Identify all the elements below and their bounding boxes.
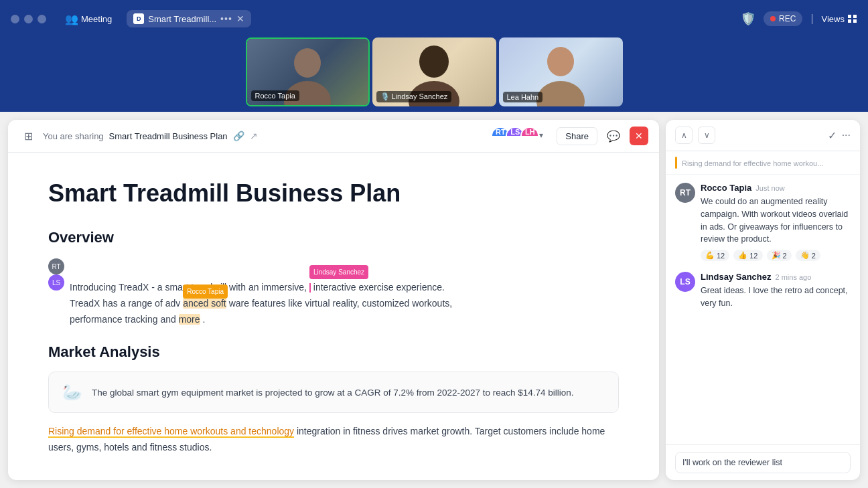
document-tab[interactable]: D Smart Treadmill... ••• ✕: [127, 10, 251, 27]
reaction-muscle[interactable]: 💪 12: [701, 250, 729, 261]
close-control[interactable]: [11, 15, 19, 23]
chat-nav-down[interactable]: ∨: [698, 127, 715, 144]
lindsay-cursor-tag: Lindsay Sanchez: [309, 265, 368, 279]
highlight-text: Rising demand for effective home workout…: [48, 426, 294, 438]
external-link-icon[interactable]: ↗: [250, 131, 258, 141]
chat-check-icon[interactable]: ✓: [828, 129, 837, 142]
reaction-thumbs-emoji: 👍: [738, 251, 747, 260]
chat-more-icon[interactable]: ···: [842, 129, 851, 141]
rocco-msg-time: Just now: [755, 184, 784, 192]
overview-section: Overview RT LS Introducing TreadX - a sm…: [48, 229, 619, 327]
document-tab-title: Smart Treadmill...: [148, 14, 216, 24]
chat-nav-up[interactable]: ∧: [675, 127, 693, 144]
reaction-wave[interactable]: 👋 2: [796, 250, 820, 261]
divider: |: [810, 13, 813, 25]
rec-badge: REC: [764, 11, 802, 26]
market-stat-box: 🦢 The global smart gym equipment market …: [48, 372, 619, 413]
reaction-party-count: 2: [783, 252, 787, 260]
overview-text-2: interactive exercise experience.: [313, 282, 445, 293]
rocco-msg-body: Rocco Tapia Just now We could do an augm…: [701, 183, 851, 261]
overview-heading: Overview: [48, 229, 619, 246]
avatar-dropdown-chevron[interactable]: ▾: [539, 131, 550, 141]
rocco-msg-text: We could do an augmented reality campaig…: [701, 195, 851, 246]
svg-point-0: [294, 48, 321, 78]
reaction-party[interactable]: 🎉 2: [767, 250, 792, 261]
chat-panel: ∧ ∨ ✓ ··· Rising demand for effective ho…: [666, 120, 860, 480]
rocco-highlight: anced soft: [183, 298, 226, 309]
mic-muted-icon: 🎙️: [380, 92, 390, 100]
lindsay-msg-name: Lindsay Sanchez: [701, 272, 771, 282]
participant-name-rocco: Rocco Tapia: [251, 90, 299, 101]
reaction-muscle-count: 12: [717, 252, 725, 260]
sharing-label: You are sharing: [43, 131, 104, 141]
svg-point-4: [547, 47, 574, 76]
video-strip: Rocco Tapia 🎙️ Lindsay Sanchez Lea Hahn: [0, 37, 868, 112]
share-button[interactable]: Share: [557, 127, 597, 145]
meeting-tab[interactable]: 👥 Meeting: [60, 10, 119, 27]
chat-toggle-button[interactable]: 💬: [604, 127, 623, 145]
market-section: Market Analysis 🦢 The global smart gym e…: [48, 343, 619, 456]
video-participant-lindsay[interactable]: 🎙️ Lindsay Sanchez: [372, 37, 496, 106]
lindsay-msg-avatar: LS: [675, 272, 695, 292]
shield-icon: 🛡️: [741, 11, 755, 26]
thread-preview-text: Rising demand for effective home workou.…: [675, 159, 823, 167]
market-para: Rising demand for effective home workout…: [48, 424, 619, 456]
maximize-control[interactable]: [38, 15, 46, 23]
thread-bar: [675, 157, 677, 169]
overview-text-4: ware features like virtual reality, cust…: [229, 298, 453, 309]
video-participant-rocco[interactable]: Rocco Tapia: [246, 37, 370, 106]
reaction-thumbs-count: 12: [749, 252, 757, 260]
minimize-control[interactable]: [24, 15, 33, 23]
title-bar: 👥 Meeting D Smart Treadmill... ••• ✕ 🛡️ …: [0, 0, 868, 37]
tab-close-button[interactable]: ✕: [236, 13, 244, 24]
reaction-party-emoji: 🎉: [772, 251, 781, 260]
main-area: ⊞ You are sharing Smart Treadmill Busine…: [0, 112, 868, 488]
reaction-thumbs[interactable]: 👍 12: [733, 250, 762, 261]
avatar-user3[interactable]: LH: [520, 127, 539, 145]
doc-tab-icon: D: [133, 13, 144, 24]
overview-text-5: performance tracking and: [70, 314, 179, 325]
rocco-msg-avatar: RT: [675, 183, 695, 203]
views-button[interactable]: Views: [822, 14, 857, 24]
lindsay-cursor-bar: [309, 283, 311, 293]
doc-main-heading: Smart Treadmill Business Plan: [48, 179, 619, 208]
chat-message-rocco: RT Rocco Tapia Just now We could do an a…: [675, 183, 851, 261]
rocco-msg-reactions: 💪 12 👍 12 🎉 2 👋 2: [701, 250, 851, 261]
rec-dot: [770, 16, 776, 21]
author-avatar-1: RT: [48, 258, 64, 274]
svg-point-2: [419, 46, 449, 78]
sidebar-toggle-button[interactable]: ⊞: [19, 127, 38, 145]
chat-input[interactable]: [675, 452, 851, 473]
video-participant-lea[interactable]: Lea Hahn: [499, 37, 623, 106]
chat-toolbar: ∧ ∨ ✓ ···: [666, 120, 860, 151]
chat-input-area: [666, 444, 860, 480]
document-panel: ⊞ You are sharing Smart Treadmill Busine…: [8, 120, 659, 480]
reaction-muscle-emoji: 💪: [705, 251, 715, 260]
rocco-cursor-tag: Rocco Tapia: [183, 284, 228, 299]
rocco-msg-name: Rocco Tapia: [701, 183, 751, 193]
doc-toolbar: ⊞ You are sharing Smart Treadmill Busine…: [8, 120, 659, 153]
rocco-msg-header: Rocco Tapia Just now: [701, 183, 851, 193]
market-icon: 🦢: [62, 383, 82, 402]
market-heading: Market Analysis: [48, 343, 619, 361]
tab-more-dots[interactable]: •••: [220, 13, 232, 24]
close-panel-button[interactable]: ✕: [630, 127, 648, 145]
reaction-wave-emoji: 👋: [800, 251, 810, 260]
participant-name-lea: Lea Hahn: [503, 92, 543, 102]
meeting-icon: 👥: [66, 13, 77, 24]
toolbar-right: RT LS LH ▾ Share 💬 ✕: [491, 127, 648, 145]
overview-more-highlight: more: [179, 314, 200, 325]
lindsay-msg-text: Great ideas. I love the retro ad concept…: [701, 284, 851, 310]
window-controls: [11, 15, 46, 23]
link-icon[interactable]: 🔗: [233, 131, 244, 141]
overview-paragraph: Introducing TreadX - a smart treadmill w…: [48, 280, 619, 327]
lindsay-cursor-area: Lindsay Sanchez: [309, 280, 311, 296]
meeting-tab-label: Meeting: [81, 14, 112, 24]
avatars-group: RT LS LH ▾: [491, 127, 550, 145]
lindsay-msg-body: Lindsay Sanchez 2 mins ago Great ideas. …: [701, 272, 851, 310]
chat-messages: RT Rocco Tapia Just now We could do an a…: [666, 175, 860, 444]
chat-thread-preview: Rising demand for effective home workou.…: [666, 151, 860, 175]
svg-point-5: [536, 81, 585, 106]
views-grid-icon: [848, 15, 857, 23]
lindsay-msg-time: 2 mins ago: [775, 273, 811, 281]
